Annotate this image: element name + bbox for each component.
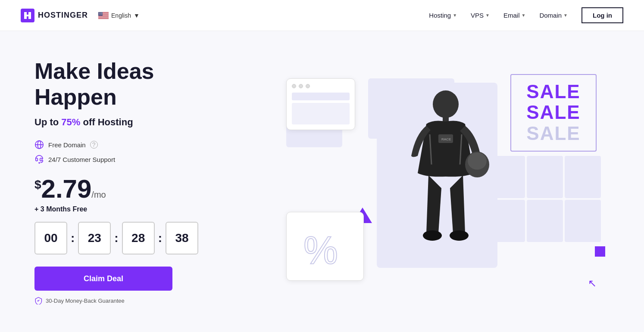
- nav-left: HOSTINGER: [21, 9, 140, 22]
- svg-point-18: [99, 13, 99, 14]
- nav-right: Hosting ▼ VPS ▼ Email ▼ Domain ▼ Log in: [429, 7, 623, 23]
- svg-point-12: [101, 12, 102, 12]
- login-button[interactable]: Log in: [581, 7, 623, 23]
- svg-point-35: [468, 152, 487, 170]
- browser-dot-2: [299, 84, 303, 88]
- svg-point-36: [423, 230, 442, 241]
- person-figure: RACE: [366, 78, 513, 294]
- price-block: $2.79/mo: [34, 176, 241, 202]
- nav-item-hosting[interactable]: Hosting ▼: [429, 12, 457, 19]
- svg-point-15: [100, 13, 100, 13]
- nav-item-email[interactable]: Email ▼: [503, 12, 525, 19]
- svg-point-23: [99, 14, 100, 15]
- nav-item-domain[interactable]: Domain ▼: [539, 12, 568, 19]
- language-selector[interactable]: English ▼: [98, 12, 140, 19]
- navbar: HOSTINGER: [0, 0, 644, 31]
- svg-text:RACE: RACE: [441, 137, 451, 141]
- hosting-chevron-icon: ▼: [453, 13, 457, 18]
- cursor-icon: ↖: [588, 277, 597, 289]
- browser-mockup-card: [286, 78, 355, 130]
- lang-label: English: [111, 12, 131, 19]
- domain-chevron-icon: ▼: [563, 13, 568, 18]
- svg-point-26: [102, 14, 102, 15]
- nav-item-vps[interactable]: VPS ▼: [471, 12, 490, 19]
- countdown-sep-1: :: [67, 231, 78, 245]
- person-svg: RACE: [366, 78, 513, 294]
- svg-point-32: [433, 90, 459, 118]
- hero-subtitle: Up to 75% off Hosting: [34, 117, 241, 128]
- svg-rect-6: [98, 17, 109, 17]
- free-domain-label: Free Domain: [48, 141, 86, 149]
- sale-card: SALE SALE SALE: [510, 74, 597, 152]
- feature-support: 24/7 Customer Support: [34, 155, 241, 164]
- guarantee-label: 30-Day Money-Back Guarantee: [46, 298, 125, 304]
- grid-sq-3: [565, 156, 601, 198]
- grid-sq-5: [527, 200, 563, 242]
- price-value: 2.79: [41, 174, 92, 203]
- sale-text-3: SALE: [526, 123, 580, 144]
- countdown-timer: 00 : 23 : 28 : 38: [34, 222, 241, 254]
- guarantee-text: 30-Day Money-Back Guarantee: [34, 297, 241, 304]
- svg-point-37: [450, 230, 469, 241]
- svg-point-22: [102, 13, 102, 14]
- feature-free-domain: Free Domain ?: [34, 140, 241, 149]
- svg-point-21: [101, 13, 102, 14]
- subtitle-percent: 75%: [61, 117, 80, 127]
- price-period: /mo: [91, 190, 106, 199]
- svg-point-19: [100, 13, 100, 14]
- claim-deal-button[interactable]: Claim Deal: [34, 267, 172, 291]
- vps-chevron-icon: ▼: [485, 13, 490, 18]
- price-dollar: $: [34, 178, 41, 191]
- shield-icon: [34, 297, 42, 304]
- sale-text-1: SALE: [526, 81, 580, 102]
- browser-content: [292, 103, 350, 124]
- countdown-seconds: 28: [122, 222, 155, 254]
- grid-sq-6: [565, 200, 601, 242]
- hero-left: Make Ideas Happen Up to 75% off Hosting …: [34, 59, 241, 305]
- svg-point-24: [100, 14, 100, 15]
- svg-point-11: [100, 12, 101, 12]
- svg-point-10: [100, 12, 100, 12]
- svg-point-14: [99, 13, 100, 13]
- lang-chevron-icon: ▼: [134, 12, 140, 19]
- countdown-sep-3: :: [155, 231, 166, 245]
- browser-bar: [292, 93, 350, 100]
- logo-icon: [21, 9, 34, 22]
- hero-illustration: %: [282, 70, 610, 294]
- sale-text-2: SALE: [526, 102, 580, 123]
- svg-point-13: [102, 12, 102, 12]
- subtitle-prefix: Up to: [34, 117, 61, 127]
- support-label: 24/7 Customer Support: [48, 156, 115, 163]
- subtitle-suffix: off Hosting: [80, 117, 133, 127]
- deco-purple-sq-2: [595, 246, 605, 257]
- grid-sq-2: [527, 156, 563, 198]
- countdown-ms: 38: [166, 222, 198, 254]
- svg-point-17: [102, 13, 102, 13]
- svg-point-30: [39, 163, 40, 164]
- hero-section: Make Ideas Happen Up to 75% off Hosting …: [0, 31, 644, 332]
- price-display: $2.79/mo: [34, 174, 106, 203]
- info-icon: ?: [90, 141, 98, 149]
- svg-rect-7: [98, 18, 109, 18]
- svg-point-25: [101, 14, 101, 15]
- hero-title: Make Ideas Happen: [34, 59, 241, 110]
- svg-point-20: [100, 13, 101, 14]
- svg-rect-5: [98, 16, 109, 16]
- percent-symbol: %: [299, 220, 351, 272]
- countdown-minutes: 23: [78, 222, 111, 254]
- svg-point-9: [99, 12, 99, 12]
- countdown-sep-2: :: [111, 231, 122, 245]
- logo[interactable]: HOSTINGER: [21, 9, 88, 22]
- browser-dot-1: [292, 84, 296, 88]
- bonus-text: + 3 Months Free: [34, 205, 241, 213]
- svg-text:%: %: [303, 229, 338, 272]
- flag-icon: [98, 12, 109, 19]
- logo-text: HOSTINGER: [38, 11, 88, 20]
- percent-card: %: [286, 212, 364, 281]
- globe-icon: [34, 140, 44, 149]
- headset-icon: [34, 155, 44, 164]
- email-chevron-icon: ▼: [522, 13, 526, 18]
- feature-list: Free Domain ? 24/7 Customer Support: [34, 140, 241, 164]
- countdown-hours: 00: [34, 222, 67, 254]
- svg-point-16: [101, 13, 101, 13]
